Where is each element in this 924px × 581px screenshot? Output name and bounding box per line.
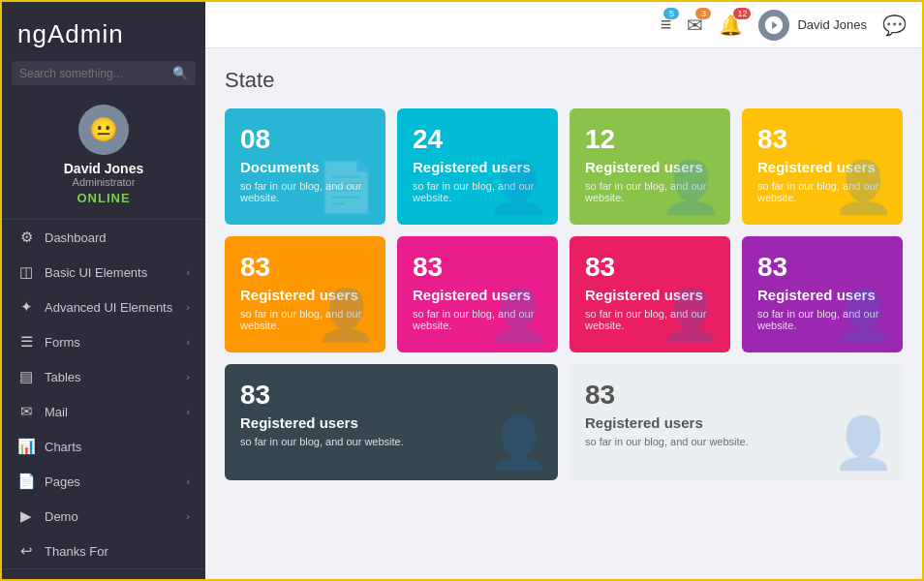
user-role: Administrator bbox=[73, 176, 136, 188]
chevron-right-icon: › bbox=[186, 371, 190, 382]
sidebar-item-label: Forms bbox=[45, 335, 80, 350]
sidebar-footer: www.heritagechristiancollege.com bbox=[2, 568, 205, 581]
topbar-chat-icon[interactable]: 💬 bbox=[882, 14, 907, 37]
sidebar-item-label: Pages bbox=[45, 474, 80, 489]
chevron-right-icon: › bbox=[186, 406, 190, 417]
stat-number: 24 bbox=[413, 124, 542, 155]
stat-bg-icon: 👤 bbox=[487, 286, 550, 345]
stat-card-7: 83 Registered users so far in our blog, … bbox=[742, 236, 903, 352]
sidebar-item-label: Advanced UI Elements bbox=[45, 300, 172, 315]
topbar-avatar bbox=[758, 10, 789, 41]
stat-number: 83 bbox=[585, 252, 715, 283]
content-area: State 08 Documents so far in our blog, a… bbox=[205, 48, 922, 579]
search-bar[interactable]: 🔍 bbox=[12, 61, 196, 85]
stat-bg-icon: 👤 bbox=[832, 413, 895, 473]
page-title: State bbox=[225, 68, 903, 93]
sidebar-item-label: Demo bbox=[45, 509, 78, 524]
stat-card-6: 83 Registered users so far in our blog, … bbox=[570, 236, 730, 352]
sidebar-item-label: Charts bbox=[45, 440, 81, 454]
stat-bg-icon: 👤 bbox=[660, 286, 723, 345]
chevron-right-icon: › bbox=[186, 301, 190, 313]
dashboard-icon: ⚙ bbox=[17, 229, 35, 246]
stat-number: 83 bbox=[585, 380, 887, 411]
pages-icon: 📄 bbox=[17, 473, 35, 490]
stat-bg-icon: 👤 bbox=[487, 158, 550, 217]
user-profile: 😐 David Jones Administrator ONLINE bbox=[2, 95, 205, 220]
search-icon: 🔍 bbox=[172, 66, 188, 80]
stat-card-5: 83 Registered users so far in our blog, … bbox=[397, 236, 558, 352]
app-logo: ngAdmin bbox=[2, 2, 205, 61]
stat-number: 83 bbox=[240, 252, 370, 283]
stat-number: 12 bbox=[585, 124, 715, 155]
chevron-right-icon: › bbox=[186, 475, 190, 487]
stat-card-3: 83 Registered users so far in our blog, … bbox=[742, 108, 903, 225]
chevron-right-icon: › bbox=[186, 510, 190, 522]
stat-bg-icon: 👤 bbox=[660, 158, 723, 217]
avatar: 😐 bbox=[78, 105, 129, 155]
sidebar-item-label: Mail bbox=[45, 405, 68, 419]
stat-number: 83 bbox=[413, 252, 542, 283]
stat-bg-icon: 👤 bbox=[487, 413, 550, 473]
stat-number: 83 bbox=[757, 252, 887, 283]
sidebar-item-mail[interactable]: ✉ Mail › bbox=[2, 394, 205, 429]
topbar-messages-icon[interactable]: ✉ 3 bbox=[687, 14, 703, 37]
topbar-notifications-icon[interactable]: 🔔 12 bbox=[719, 14, 743, 37]
chevron-right-icon: › bbox=[186, 336, 190, 348]
user-status: ONLINE bbox=[77, 191, 130, 205]
stat-card-bottom-1: 83 Registered users so far in our blog, … bbox=[570, 364, 903, 480]
stat-card-0: 08 Documents so far in our blog, and our… bbox=[225, 108, 385, 225]
demo-icon: ▶ bbox=[17, 507, 35, 525]
stat-bg-icon: 👤 bbox=[832, 286, 895, 345]
stat-bg-icon: 👤 bbox=[832, 158, 895, 217]
sidebar-item-demo[interactable]: ▶ Demo › bbox=[2, 499, 205, 534]
charts-icon: 📊 bbox=[17, 438, 35, 455]
stat-card-1: 24 Registered users so far in our blog, … bbox=[397, 108, 558, 225]
bottom-row: 83 Registered users so far in our blog, … bbox=[225, 364, 903, 480]
sidebar-item-tables[interactable]: ▤ Tables › bbox=[2, 359, 205, 394]
sidebar-item-label: Dashboard bbox=[45, 230, 107, 245]
topbar-tasks-icon[interactable]: ≡ 5 bbox=[661, 14, 672, 36]
sidebar-item-basic-ui[interactable]: ◫ Basic UI Elements › bbox=[2, 255, 205, 290]
stats-grid: 08 Documents so far in our blog, and our… bbox=[225, 108, 903, 352]
forms-icon: ☰ bbox=[17, 333, 35, 351]
search-input[interactable] bbox=[19, 67, 172, 80]
chevron-right-icon: › bbox=[186, 266, 190, 278]
stat-number: 08 bbox=[240, 124, 370, 155]
topbar-username: David Jones bbox=[797, 17, 867, 32]
sidebar-item-pages[interactable]: 📄 Pages › bbox=[2, 464, 205, 499]
sidebar-item-advanced-ui[interactable]: ✦ Advanced UI Elements › bbox=[2, 290, 205, 324]
sidebar: ngAdmin 🔍 😐 David Jones Administrator ON… bbox=[2, 2, 205, 581]
stat-number: 83 bbox=[240, 380, 542, 411]
sidebar-nav: ⚙ Dashboard ◫ Basic UI Elements › ✦ Adva… bbox=[2, 220, 205, 568]
topbar-user-menu[interactable]: David Jones bbox=[758, 10, 867, 41]
mail-icon: ✉ bbox=[17, 403, 35, 420]
sidebar-item-label: Basic UI Elements bbox=[45, 265, 147, 280]
sidebar-item-label: Tables bbox=[45, 370, 81, 384]
stat-card-4: 83 Registered users so far in our blog, … bbox=[225, 236, 385, 352]
main-content: ≡ 5 ✉ 3 🔔 12 David Jones 💬 State 08 Docu… bbox=[205, 2, 922, 579]
topbar: ≡ 5 ✉ 3 🔔 12 David Jones 💬 bbox=[205, 2, 922, 48]
stat-card-2: 12 Registered users so far in our blog, … bbox=[570, 108, 730, 225]
sidebar-item-label: Thanks For bbox=[45, 544, 108, 559]
sidebar-item-dashboard[interactable]: ⚙ Dashboard bbox=[2, 220, 205, 255]
stat-card-bottom-0: 83 Registered users so far in our blog, … bbox=[225, 364, 558, 480]
stat-bg-icon: 📄 bbox=[315, 158, 378, 217]
thanks-icon: ↩ bbox=[17, 542, 35, 560]
stat-number: 83 bbox=[757, 124, 887, 155]
stat-bg-icon: 👤 bbox=[315, 286, 378, 345]
tables-icon: ▤ bbox=[17, 368, 35, 385]
sidebar-item-charts[interactable]: 📊 Charts bbox=[2, 429, 205, 464]
basic-ui-icon: ◫ bbox=[17, 263, 35, 281]
sidebar-item-thanks[interactable]: ↩ Thanks For bbox=[2, 534, 205, 568]
user-name: David Jones bbox=[64, 161, 143, 176]
advanced-ui-icon: ✦ bbox=[17, 298, 35, 316]
sidebar-item-forms[interactable]: ☰ Forms › bbox=[2, 324, 205, 359]
